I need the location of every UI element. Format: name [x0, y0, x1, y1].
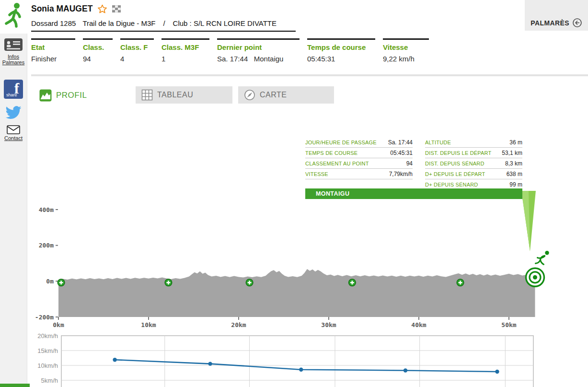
speed-point[interactable] [113, 358, 116, 362]
facebook-share-button[interactable]: f share [4, 80, 23, 99]
stat-etat: Etat Finisher [31, 38, 75, 63]
stat-vitesse: Vitesse 9,22 km/h [383, 38, 429, 63]
elevation-x-tick: 50km [501, 321, 516, 328]
tab-profil[interactable]: PROFIL [39, 87, 87, 104]
profil-tab-icon [39, 89, 52, 102]
title-underline [31, 31, 296, 32]
runner-icon [536, 251, 549, 264]
runner-subtitle: Dossard 1285 Trail de la Digue - M3F / C… [31, 19, 277, 27]
tooltip-row: DIST. DEPUIS SÉNARD 8,3 km [425, 158, 522, 169]
race-category: Trail de la Digue - M3F [82, 19, 155, 27]
elevation-x-tick: 20km [231, 321, 246, 328]
sidebar-link-palmares[interactable]: Palmares [2, 59, 24, 65]
stat-value: 05:45:31 [307, 55, 375, 63]
tooltip-left-column: JOUR/HEURE DE PASSAGE Sa. 17:44 TEMPS DE… [305, 137, 413, 179]
tooltip-row: TEMPS DE COURSE 05:45:31 [305, 148, 413, 158]
speed-y-tick: 10km/h [37, 362, 58, 369]
checkpoint-marker[interactable] [246, 279, 253, 286]
stat-label: Etat [31, 43, 75, 51]
tooltip-row: VITESSE 7,79km/h [305, 169, 413, 179]
sidebar-link-infos[interactable]: Infos [8, 54, 19, 59]
tooltip-value: 99 m [509, 181, 522, 188]
twitter-icon[interactable] [4, 105, 23, 120]
stat-classement: Class. 94 [83, 38, 113, 63]
stat-label: Temps de course [307, 43, 375, 51]
section-divider [31, 74, 588, 76]
stat-label: Class. [83, 43, 113, 51]
club-name: Club : S/L RCN LOIRE DIVATTE [173, 19, 277, 27]
stat-value: 9,22 km/h [383, 55, 429, 63]
tooltip-right-column: ALTITUDE 36 m DIST. DEPUIS LE DÉPART 53,… [425, 137, 522, 190]
contact-envelope-icon[interactable] [7, 125, 20, 134]
stat-temps-de-course: Temps de course 05:45:31 [307, 38, 375, 63]
stat-classement-m3f: Class. M3F 1 [161, 38, 209, 63]
speed-point[interactable] [299, 368, 303, 372]
speed-point[interactable] [495, 370, 499, 374]
tableau-tab-icon [141, 89, 153, 101]
palmares-back-icon [572, 18, 582, 28]
speed-line [115, 360, 497, 372]
tooltip-value: 05:45:31 [390, 150, 413, 156]
tooltip-value: 7,79km/h [389, 171, 413, 177]
tab-tableau[interactable]: TABLEAU [136, 86, 232, 104]
tooltip-value: Sa. 17:44 [388, 139, 413, 146]
speed-chart[interactable]: 20km/h15km/h10km/h5km/h [31, 333, 588, 387]
stat-label: Vitesse [383, 43, 429, 51]
tooltip-value: 36 m [509, 139, 522, 146]
infos-card-icon[interactable] [4, 37, 23, 52]
tab-tableau-label: TABLEAU [157, 91, 193, 99]
stat-value: Finisher [31, 55, 75, 63]
tab-profil-label: PROFIL [56, 91, 87, 100]
checkpoint-name-bar: MONTAIGU [305, 188, 522, 199]
tooltip-value: 638 m [507, 171, 522, 177]
stat-classement-f: Class. F 4 [120, 38, 154, 63]
speed-y-tick: 15km/h [37, 347, 58, 354]
palmares-label: PALMARÈS [530, 19, 569, 27]
tooltip-label: JOUR/HEURE DE PASSAGE [305, 140, 377, 145]
speed-point[interactable] [208, 362, 212, 365]
checkpoint-marker[interactable] [165, 279, 172, 286]
checkpoint-marker[interactable] [58, 279, 65, 286]
finish-flag-icon [112, 5, 121, 12]
elevation-chart[interactable]: 400m200m0m-200m0km10km20km30km40km50km [31, 206, 588, 333]
checkpoint-marker[interactable] [349, 279, 356, 286]
stats-bar: Etat Finisher Class. 94 Class. F 4 Class… [31, 38, 429, 63]
palmares-button[interactable]: PALMARÈS [530, 18, 582, 28]
tooltip-row: D+ DEPUIS LE DÉPART 638 m [425, 169, 522, 179]
elevation-area[interactable] [58, 269, 535, 317]
runner-position-marker[interactable] [526, 251, 549, 286]
stat-label: Dernier point [217, 43, 300, 51]
speed-point[interactable] [404, 368, 407, 372]
tooltip-label: DIST. DEPUIS LE DÉPART [425, 150, 491, 156]
elevation-x-tick: 10km [141, 321, 156, 328]
tooltip-label: TEMPS DE COURSE [305, 150, 357, 156]
tooltip-label: CLASSEMENT AU POINT [305, 161, 369, 166]
tooltip-label: D+ DEPUIS LE DÉPART [425, 171, 485, 177]
stat-value: 1 [161, 55, 209, 63]
runner-detail-page: Sonia MAUGET Dossard 1285 Trail de la Di… [0, 0, 588, 387]
facebook-share-label: share [6, 93, 17, 97]
elevation-x-tick: 0km [53, 321, 64, 328]
tooltip-label: ALTITUDE [425, 140, 451, 145]
tab-carte-label: CARTE [260, 91, 287, 99]
elevation-y-tick: -200m [35, 314, 54, 321]
speed-y-tick: 20km/h [37, 333, 58, 340]
tooltip-label: D+ DEPUIS SÉNARD [425, 182, 478, 188]
separator: / [163, 19, 165, 27]
sidebar-link-contact[interactable]: Contact [4, 135, 23, 141]
elevation-y-tick: 200m [39, 242, 54, 249]
elevation-y-tick: 400m [39, 206, 54, 213]
runner-logo [3, 1, 26, 31]
favorite-star-icon[interactable] [97, 4, 107, 14]
elevation-x-tick: 40km [411, 321, 426, 328]
tooltip-row: ALTITUDE 36 m [425, 137, 522, 148]
checkpoint-marker[interactable] [457, 279, 464, 286]
checkpoint-tooltip-panel: JOUR/HEURE DE PASSAGE Sa. 17:44 TEMPS DE… [305, 137, 522, 200]
tooltip-label: VITESSE [305, 171, 328, 177]
stat-label: Class. M3F [161, 43, 209, 51]
tooltip-value: 8,3 km [505, 160, 522, 167]
sidebar: Infos Palmares f share Contact [0, 34, 27, 387]
speed-y-tick: 5km/h [41, 377, 58, 384]
tab-carte[interactable]: CARTE [238, 86, 334, 104]
header: Sonia MAUGET Dossard 1285 Trail de la Di… [0, 0, 588, 34]
